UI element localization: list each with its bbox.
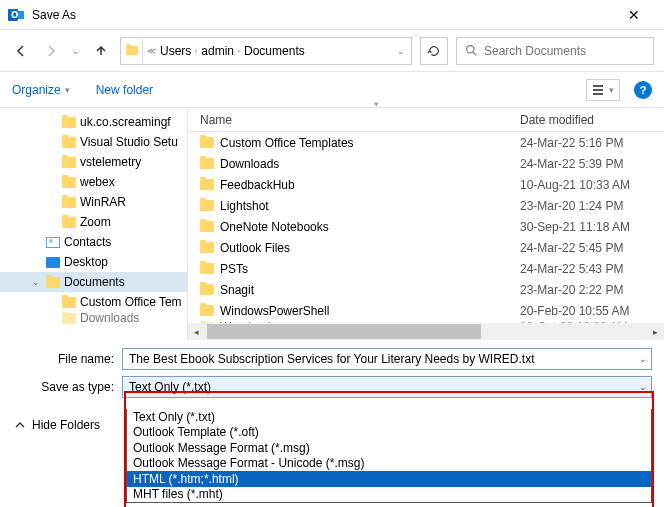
tree-node[interactable]: webex <box>0 172 187 192</box>
title-bar: o Save As ✕ <box>0 0 664 30</box>
breadcrumb-item[interactable]: Users› <box>160 44 197 58</box>
folder-icon <box>200 179 214 190</box>
file-row[interactable]: PSTs24-Mar-22 5:43 PM <box>188 258 664 279</box>
address-dropdown-icon[interactable]: ⌄ <box>391 46 411 56</box>
file-date: 30-Sep-21 11:18 AM <box>520 220 664 234</box>
back-button[interactable] <box>10 40 32 62</box>
file-date: 20-Feb-20 10:55 AM <box>520 304 664 318</box>
search-placeholder: Search Documents <box>484 44 586 58</box>
view-options-button[interactable]: ▾ <box>586 79 620 101</box>
tree-node[interactable]: Downloads <box>0 312 187 324</box>
up-button[interactable] <box>90 40 112 62</box>
file-name: PSTs <box>220 262 248 276</box>
search-input[interactable]: Search Documents <box>456 37 654 65</box>
svg-point-3 <box>467 46 474 53</box>
file-date: 24-Mar-22 5:39 PM <box>520 157 664 171</box>
file-row[interactable]: WindowsPowerShell20-Feb-20 10:55 AM <box>188 300 664 321</box>
file-date: 23-Mar-20 1:24 PM <box>520 199 664 213</box>
tree-node[interactable]: Contacts <box>0 232 187 252</box>
folder-icon <box>200 322 214 324</box>
folder-icon <box>62 177 76 188</box>
column-date[interactable]: Date modified <box>520 113 664 127</box>
folder-icon <box>62 197 76 208</box>
dropdown-option[interactable]: Outlook Template (*.oft) <box>127 425 651 441</box>
scroll-right-icon[interactable]: ▸ <box>647 323 664 340</box>
column-name[interactable]: Name <box>200 113 520 127</box>
file-name: WindowsPowerShell <box>220 304 329 318</box>
tree-node[interactable]: Desktop <box>0 252 187 272</box>
dropdown-option[interactable]: Outlook Message Format - Unicode (*.msg) <box>127 456 651 472</box>
recent-dropdown-icon[interactable]: ⌄ <box>70 40 82 62</box>
tree-node-label: Downloads <box>80 312 139 324</box>
expand-icon[interactable]: ⌄ <box>32 277 42 287</box>
svg-rect-4 <box>593 85 603 87</box>
breadcrumb-item[interactable]: Documents <box>244 44 305 58</box>
scrollbar-thumb[interactable] <box>207 324 481 339</box>
folder-icon <box>200 200 214 211</box>
file-date: 10-Aug-21 10:33 AM <box>520 178 664 192</box>
tree-node-label: Custom Office Tem <box>80 295 182 309</box>
refresh-button[interactable] <box>420 37 448 65</box>
window-title: Save As <box>32 8 612 22</box>
tree-node-label: Documents <box>64 275 125 289</box>
chevron-down-icon: ▾ <box>65 85 70 95</box>
address-bar[interactable]: ≪ Users› admin› Documents ⌄ <box>120 37 412 65</box>
file-row[interactable]: Snagit23-Mar-20 2:22 PM <box>188 279 664 300</box>
dropdown-option[interactable]: Outlook Message Format (*.msg) <box>127 440 651 456</box>
command-bar: Organize ▾ New folder ▾ ? <box>0 72 664 108</box>
folder-tree[interactable]: uk.co.screamingfVisual Studio Setuvstele… <box>0 108 188 340</box>
horizontal-scrollbar[interactable]: ◂ ▸ <box>188 323 664 340</box>
column-headers[interactable]: Name Date modified <box>188 108 664 132</box>
svg-text:o: o <box>11 7 18 21</box>
tree-node[interactable]: Visual Studio Setu <box>0 132 187 152</box>
tree-node[interactable]: vstelemetry <box>0 152 187 172</box>
help-button[interactable]: ? <box>634 81 652 99</box>
file-name: OneNote Notebooks <box>220 220 329 234</box>
file-row[interactable]: Downloads24-Mar-22 5:39 PM <box>188 153 664 174</box>
file-name: Wondershare <box>220 321 292 323</box>
folder-icon <box>62 297 76 308</box>
dropdown-option[interactable]: MHT files (*.mht) <box>127 487 651 503</box>
desktop-icon <box>46 257 60 268</box>
folder-icon <box>62 117 76 128</box>
save-type-dropdown[interactable]: Text Only (*.txt)Outlook Template (*.oft… <box>126 409 652 503</box>
file-row[interactable]: Lightshot23-Mar-20 1:24 PM <box>188 195 664 216</box>
tree-node[interactable]: ⌄Documents <box>0 272 187 292</box>
tree-node[interactable]: Custom Office Tem <box>0 292 187 312</box>
chevron-right-icon[interactable]: ≪ <box>147 46 156 56</box>
new-folder-button[interactable]: New folder <box>96 83 153 97</box>
breadcrumb-item[interactable]: admin› <box>201 44 240 58</box>
file-name-input[interactable]: The Best Ebook Subscription Services for… <box>122 348 652 370</box>
save-type-label: Save as type: <box>12 380 122 394</box>
folder-icon <box>62 313 76 324</box>
folder-icon <box>200 158 214 169</box>
folder-icon <box>46 277 60 288</box>
scroll-left-icon[interactable]: ◂ <box>188 323 205 340</box>
tree-node[interactable]: uk.co.screamingf <box>0 112 187 132</box>
file-row[interactable]: OneNote Notebooks30-Sep-21 11:18 AM <box>188 216 664 237</box>
folder-icon <box>62 157 76 168</box>
tree-node-label: Desktop <box>64 255 108 269</box>
dropdown-option[interactable]: Text Only (*.txt) <box>127 409 651 425</box>
file-row[interactable]: Wondershare13-Oct-20 10:00 AM <box>188 321 664 323</box>
dropdown-option[interactable]: HTML (*.htm;*.html) <box>127 471 651 487</box>
forward-button[interactable] <box>40 40 62 62</box>
close-button[interactable]: ✕ <box>612 7 656 23</box>
file-name: Downloads <box>220 157 279 171</box>
file-row[interactable]: Custom Office Templates24-Mar-22 5:16 PM <box>188 132 664 153</box>
save-form: File name: The Best Ebook Subscription S… <box>0 340 664 410</box>
chevron-down-icon[interactable]: ⌄ <box>639 382 647 392</box>
folder-icon <box>200 284 214 295</box>
organize-menu[interactable]: Organize ▾ <box>12 83 70 97</box>
tree-node[interactable]: Zoom <box>0 212 187 232</box>
contact-icon <box>46 237 60 248</box>
folder-icon <box>62 137 76 148</box>
tree-node[interactable]: WinRAR <box>0 192 187 212</box>
hide-folders-button[interactable]: Hide Folders <box>14 418 100 432</box>
breadcrumb: ≪ Users› admin› Documents <box>143 44 391 58</box>
file-row[interactable]: Outlook Files24-Mar-22 5:45 PM <box>188 237 664 258</box>
file-row[interactable]: FeedbackHub10-Aug-21 10:33 AM <box>188 174 664 195</box>
chevron-down-icon[interactable]: ⌄ <box>639 354 647 364</box>
save-type-select[interactable]: Text Only (*.txt) ⌄ <box>122 376 652 398</box>
svg-rect-1 <box>18 11 24 19</box>
